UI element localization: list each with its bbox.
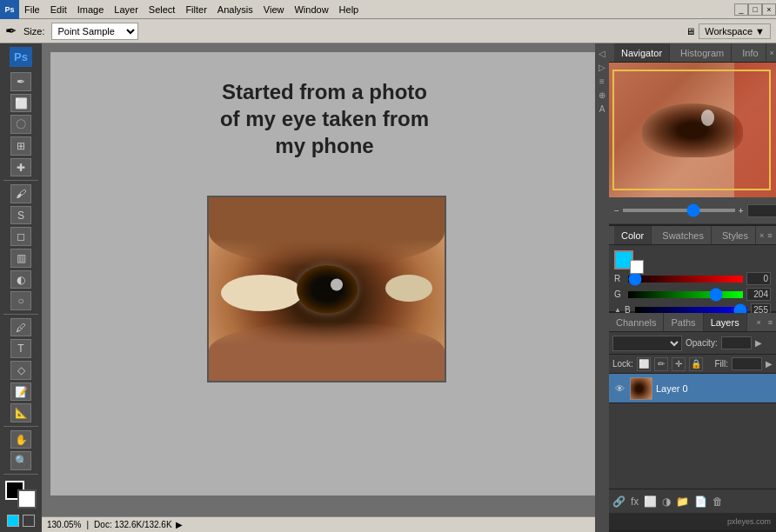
r-label: R [614,274,625,283]
navigator-panel-header: Navigator Histogram Info × ≡ [609,43,776,63]
tool-text[interactable]: T [10,339,31,358]
delete-layer-button[interactable]: 🗑 [712,495,723,508]
text-line-1: Started from a photo [222,80,427,103]
zoom-slider[interactable] [623,209,735,212]
layer-visibility-toggle[interactable]: 👁 [612,382,626,396]
screen-mode-icon[interactable] [23,515,35,527]
red-slider[interactable] [628,276,743,283]
color-close-button[interactable]: × [759,231,764,240]
canvas-text: Started from a photo of my eye taken fro… [50,52,595,160]
layer-row[interactable]: 👁 Layer 0 [609,374,776,403]
quick-mask-icon[interactable] [7,515,19,527]
menu-filter[interactable]: Filter [180,3,211,17]
menu-file[interactable]: File [19,3,45,17]
menu-view[interactable]: View [258,3,290,17]
menu-bar: Ps File Edit Image Layer Select Filter A… [0,0,776,19]
tool-eyedropper[interactable]: ✒ [10,72,31,91]
tool-measure[interactable]: 📐 [10,403,31,422]
eye-iris [297,265,358,313]
tool-zoom[interactable]: 🔍 [10,451,31,470]
menu-window[interactable]: Window [289,3,333,17]
new-adjustment-button[interactable]: ◑ [662,495,671,508]
tool-hand[interactable]: ✋ [10,430,31,449]
fill-arrow[interactable]: ▶ [766,359,773,369]
lock-label: Lock: [612,359,633,369]
nav-viewport-rect [612,70,771,191]
tool-eraser[interactable]: ◻ [10,227,31,246]
tab-navigator[interactable]: Navigator [614,43,670,62]
tab-paths[interactable]: Paths [664,313,703,331]
zoom-in-icon[interactable]: + [739,206,744,216]
zoom-value-input[interactable]: 130.05% [747,204,776,217]
monitor-icon: 🖥 [686,26,695,37]
panel-toggle-1[interactable]: ◁ [596,47,608,59]
color-panel-header: Color Swatches Styles × ≡ [609,226,776,245]
sample-size-select[interactable]: Point Sample 3 by 3 Average 5 by 5 Avera… [51,23,138,40]
layers-blend-controls: Normal Opacity: 100% ▶ [609,332,776,355]
maximize-button[interactable]: □ [748,3,762,16]
close-button[interactable]: × [762,3,776,16]
layers-close-button[interactable]: × [753,318,764,327]
panel-toggle-5[interactable]: A [596,103,608,115]
color-options-button[interactable]: ≡ [767,231,772,240]
tool-shape[interactable]: ◇ [10,361,31,380]
menu-image[interactable]: Image [72,3,110,17]
tool-pen[interactable]: 🖊 [10,318,31,337]
layers-options-button[interactable]: ≡ [765,318,776,327]
tool-gradient[interactable]: ▥ [10,249,31,268]
g-value: 204 [746,288,771,301]
blend-mode-select[interactable]: Normal [612,336,682,351]
tab-styles[interactable]: Styles [715,226,756,244]
menu-edit[interactable]: Edit [45,3,72,17]
add-mask-button[interactable]: ⬜ [644,495,657,508]
lock-image-button[interactable]: ✏ [654,357,668,371]
tool-stamp[interactable]: S [10,206,31,225]
doc-info-arrow[interactable]: ▶ [176,520,183,529]
fill-value[interactable]: 100% [732,357,762,370]
new-layer-button[interactable]: 📄 [694,495,707,508]
canvas-scroll[interactable]: Started from a photo of my eye taken fro… [42,43,595,532]
opacity-arrow[interactable]: ▶ [755,338,762,348]
tool-dodge[interactable]: ○ [10,291,31,310]
eye-visibility-icon: 👁 [615,383,625,394]
color-panel: Color Swatches Styles × ≡ R 0 [609,226,776,313]
layer-thumb-preview [631,378,652,399]
tab-channels[interactable]: Channels [609,313,664,331]
menu-layer[interactable]: Layer [109,3,144,17]
tool-selection[interactable]: ⬜ [10,94,31,113]
tab-layers[interactable]: Layers [704,313,747,331]
text-line-2: of my eye taken from [220,107,429,130]
opacity-value[interactable]: 100% [721,336,752,349]
lock-position-button[interactable]: ✛ [672,357,686,371]
workspace-button[interactable]: Workspace ▼ [699,23,771,39]
minimize-button[interactable]: _ [734,3,748,16]
panel-toggle-4[interactable]: ⊕ [596,89,608,101]
tab-swatches[interactable]: Swatches [655,226,712,244]
add-style-button[interactable]: fx [631,495,639,508]
tool-brush[interactable]: 🖌 [10,184,31,203]
panel-toggle-2[interactable]: ▷ [596,61,608,73]
green-slider[interactable] [628,291,743,298]
tab-histogram[interactable]: Histogram [673,43,732,62]
background-color[interactable] [17,489,37,509]
tab-color[interactable]: Color [614,226,652,244]
link-layers-button[interactable]: 🔗 [612,495,625,508]
menu-analysis[interactable]: Analysis [212,3,258,17]
menu-help[interactable]: Help [334,3,365,17]
background-color-swatch[interactable] [630,260,644,274]
tool-blur[interactable]: ◐ [10,270,31,289]
tool-notes[interactable]: 📝 [10,382,31,402]
layers-panel-tabs: Channels Paths Layers × ≡ [609,313,776,332]
new-group-button[interactable]: 📁 [676,495,689,508]
lock-all-button[interactable]: 🔒 [689,357,703,371]
tool-crop[interactable]: ⊞ [10,136,31,156]
menu-items: File Edit Image Layer Select Filter Anal… [19,3,364,17]
tool-healing[interactable]: ✚ [10,158,31,177]
tab-info[interactable]: Info [735,43,766,62]
navigator-close-button[interactable]: × [770,49,774,57]
menu-select[interactable]: Select [144,3,181,17]
zoom-out-icon[interactable]: − [614,206,619,216]
tool-lasso[interactable]: 〇 [10,115,31,134]
lock-transparent-button[interactable]: ⬜ [637,357,651,371]
panel-toggle-3[interactable]: ≡ [596,75,608,87]
